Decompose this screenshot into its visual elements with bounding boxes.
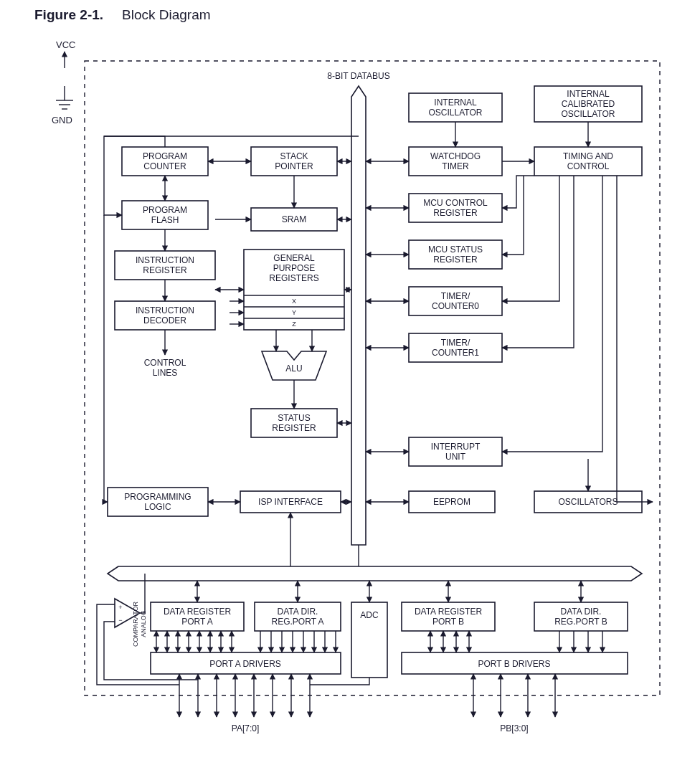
block-stack-pointer-l2: POINTER xyxy=(275,161,313,171)
block-adc: ADC xyxy=(360,610,379,620)
block-mcu-status-l1: MCU STATUS xyxy=(428,244,483,255)
comp-minus: − xyxy=(118,617,122,624)
block-gpr-l3: REGISTERS xyxy=(269,273,318,283)
block-data-reg-pa-l2: PORT A xyxy=(181,617,213,627)
block-internal-osc-l2: OSCILLATOR xyxy=(429,108,483,118)
block-cal-osc-l2: CALIBRATED xyxy=(562,99,615,109)
gpr-y: Y xyxy=(292,309,296,316)
block-ddr-pb-l2: REG.PORT B xyxy=(554,617,607,627)
block-tc1-l2: COUNTER1 xyxy=(432,348,479,358)
block-gpr-l1: GENERAL xyxy=(273,253,315,263)
block-alu: ALU xyxy=(285,364,302,374)
block-timing-l2: CONTROL xyxy=(567,161,610,171)
block-program-flash-l2: FLASH xyxy=(151,215,179,225)
pb-label: PB[3:0] xyxy=(500,723,528,733)
block-timing-l1: TIMING AND xyxy=(563,151,613,161)
block-eeprom: EEPROM xyxy=(433,497,470,507)
block-instruction-register-l1: INSTRUCTION xyxy=(136,255,194,265)
analog-comp-l1: ANALOG xyxy=(140,610,147,637)
block-tc0-l2: COUNTER0 xyxy=(432,301,479,311)
porta-bus-arrows xyxy=(156,631,336,652)
block-status-register-l2: REGISTER xyxy=(272,423,316,433)
portb-bus-arrows xyxy=(430,631,602,652)
block-program-flash-l1: PROGRAM xyxy=(143,205,187,215)
control-lines-l1: CONTROL xyxy=(144,358,186,368)
block-cal-osc-l1: INTERNAL xyxy=(567,89,610,99)
block-programming-logic-l2: LOGIC xyxy=(144,502,171,512)
block-tc0-l1: TIMER/ xyxy=(441,291,470,301)
block-tc1-l1: TIMER/ xyxy=(441,338,470,348)
block-ddr-pa-l1: DATA DIR. xyxy=(278,607,318,617)
block-interrupt-l1: INTERRUPT xyxy=(431,442,481,452)
block-program-counter-l1: PROGRAM xyxy=(143,151,187,161)
block-watchdog-l1: WATCHDOG xyxy=(430,151,481,161)
block-program-counter-l2: COUNTER xyxy=(143,161,186,171)
block-instruction-decoder-l2: DECODER xyxy=(143,315,186,326)
gpr-z: Z xyxy=(292,320,296,328)
comp-plus: + xyxy=(118,604,122,611)
block-data-reg-pb-l1: DATA REGISTER xyxy=(415,607,483,617)
control-lines-l2: LINES xyxy=(153,368,178,378)
block-data-reg-pb-l2: PORT B xyxy=(432,617,464,627)
block-cal-osc-l3: OSCILLATOR xyxy=(562,109,615,119)
block-instruction-decoder-l1: INSTRUCTION xyxy=(136,305,194,315)
block-data-reg-pa-l1: DATA REGISTER xyxy=(164,607,232,617)
block-instruction-register-l2: REGISTER xyxy=(143,265,187,275)
block-mcu-ctrl-l1: MCU CONTROL xyxy=(423,198,488,208)
block-stack-pointer-l1: STACK xyxy=(280,151,308,161)
block-interrupt-l2: UNIT xyxy=(445,452,466,462)
block-status-register-l1: STATUS xyxy=(278,413,311,423)
block-ddr-pb-l1: DATA DIR. xyxy=(561,607,602,617)
block-porta-drivers: PORT A DRIVERS xyxy=(209,659,281,669)
analog-comp-l2: COMPARATOR xyxy=(132,601,139,647)
pa-label: PA[7:0] xyxy=(232,723,259,733)
block-programming-logic-l1: PROGRAMMING xyxy=(124,492,191,502)
gpr-x: X xyxy=(292,298,296,305)
block-internal-osc-l1: INTERNAL xyxy=(434,98,477,108)
block-portb-drivers: PORT B DRIVERS xyxy=(478,659,551,669)
block-diagram-svg: 8-BIT DATABUS PROGRAM COUNTER PROGRAM FL… xyxy=(0,0,700,760)
block-watchdog-l2: TIMER xyxy=(442,161,469,171)
block-oscillators: OSCILLATORS xyxy=(559,497,618,507)
block-gpr-l2: PURPOSE xyxy=(273,263,316,273)
block-mcu-ctrl-l2: REGISTER xyxy=(433,208,478,218)
block-ddr-pa-l2: REG.PORT A xyxy=(272,617,324,627)
block-mcu-status-l2: REGISTER xyxy=(433,255,478,265)
databus-label: 8-BIT DATABUS xyxy=(327,71,389,81)
block-sram: SRAM xyxy=(282,214,307,224)
block-isp: ISP INTERFACE xyxy=(258,497,323,507)
